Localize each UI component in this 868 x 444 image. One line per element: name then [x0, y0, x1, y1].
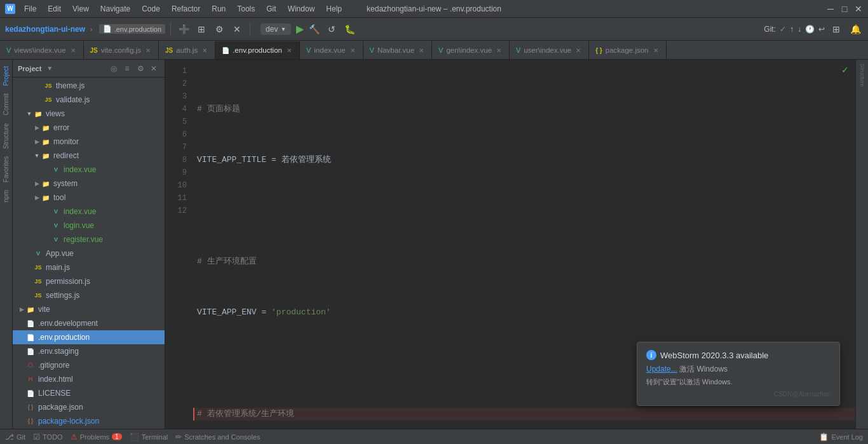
git-up-icon[interactable]: ↑ [790, 25, 794, 34]
tab-index-vue[interactable]: V index.vue ✕ [300, 41, 363, 59]
todo-icon: ☑ [33, 433, 40, 441]
debug-button[interactable]: 🐛 [342, 22, 357, 37]
file-manager-button[interactable]: ⊞ [194, 22, 209, 37]
menu-view[interactable]: View [67, 3, 94, 15]
menu-file[interactable]: File [19, 3, 41, 15]
tree-item-tool-index[interactable]: V index.vue [13, 205, 165, 219]
git-down-icon[interactable]: ↓ [797, 25, 801, 34]
panel-npm[interactable]: npm [1, 186, 11, 206]
tree-item-redirect-index[interactable]: V index.vue [13, 163, 165, 177]
tree-item-env-staging[interactable]: 📄 .env.staging [13, 344, 165, 358]
tab-close-button[interactable]: ✕ [574, 46, 582, 55]
tab-env-production[interactable]: 📄 .env.production ✕ [215, 41, 300, 59]
tab-auth[interactable]: JS auth.js ✕ [159, 41, 215, 59]
tree-arrow-none [36, 82, 43, 90]
tree-item-readme[interactable]: M README.md [13, 428, 165, 429]
close-panel-button[interactable]: ✕ [229, 22, 245, 37]
menu-refactor[interactable]: Refactor [166, 3, 205, 15]
git-clock-icon[interactable]: 🕐 [805, 25, 815, 34]
tab-close-button[interactable]: ✕ [285, 46, 293, 55]
status-todo[interactable]: ☑ TODO [33, 433, 63, 441]
status-event-log[interactable]: 📋 Event Log [819, 433, 863, 441]
tree-item-env-dev[interactable]: 📄 .env.development [13, 316, 165, 330]
settings-button[interactable]: ⚙ [212, 22, 227, 37]
menu-help[interactable]: Help [321, 3, 347, 15]
menu-window[interactable]: Window [283, 3, 320, 15]
breadcrumb-separator: › [90, 25, 93, 33]
tree-item-error[interactable]: ▶ 📁 error [13, 121, 165, 135]
tab-close-button[interactable]: ✕ [69, 46, 77, 55]
tree-item-register[interactable]: V register.vue [13, 232, 165, 246]
tree-item-pkg-lock[interactable]: { } package-lock.json [13, 414, 165, 428]
status-scratches[interactable]: ✏ Scratches and Consoles [175, 433, 260, 441]
tree-item-views[interactable]: ▼ 📁 views [13, 107, 165, 121]
run-config-selector[interactable]: dev ▼ [261, 24, 291, 35]
tree-item-validate[interactable]: JS validate.js [13, 93, 165, 107]
menu-run[interactable]: Run [207, 3, 231, 15]
menu-edit[interactable]: Edit [43, 3, 66, 15]
reload-button[interactable]: ↺ [324, 22, 339, 37]
tree-item-tool[interactable]: ▶ 📁 tool [13, 191, 165, 205]
status-terminal[interactable]: ⬛ Terminal [130, 433, 168, 441]
notification-update-link[interactable]: Update... [646, 365, 677, 373]
file-name: index.vue [64, 207, 96, 216]
git-undo-icon[interactable]: ↩ [818, 25, 825, 34]
folder-icon: 📁 [41, 192, 51, 203]
tree-item-vite-folder[interactable]: ▶ 📁 vite [13, 302, 165, 316]
tree-item-pkg-json[interactable]: { } package.json [13, 400, 165, 414]
tab-gen-index[interactable]: V gen\index.vue ✕ [432, 41, 510, 59]
tree-item-monitor[interactable]: ▶ 📁 monitor [13, 135, 165, 149]
tree-item-license[interactable]: 📄 LICENSE [13, 386, 165, 400]
tree-item-login[interactable]: V login.vue [13, 219, 165, 232]
tree-item-main[interactable]: JS main.js [13, 260, 165, 274]
tab-navbar[interactable]: V Navbar.vue ✕ [363, 41, 433, 59]
minimize-button[interactable]: ─ [826, 4, 835, 13]
tree-item-gitignore[interactable]: ⬡ .gitignore [13, 358, 165, 372]
panel-settings-icon[interactable]: ⚙ [135, 63, 146, 74]
tree-item-theme[interactable]: JS theme.js [13, 79, 165, 93]
tab-label: .env.production [233, 46, 282, 54]
menu-navigate[interactable]: Navigate [95, 3, 135, 15]
tab-close-button[interactable]: ✕ [417, 46, 425, 55]
tab-views-index[interactable]: V views\index.vue ✕ [0, 41, 84, 59]
tree-item-system[interactable]: ▶ 📁 system [13, 177, 165, 191]
tree-item-settings[interactable]: JS settings.js [13, 288, 165, 302]
maximize-button[interactable]: □ [840, 4, 849, 13]
status-git[interactable]: ⎇ Git [5, 433, 25, 441]
right-structure-panel[interactable]: Structure [857, 62, 867, 88]
tree-item-redirect[interactable]: ▼ 📁 redirect [13, 149, 165, 163]
tab-user-index[interactable]: V user\index.vue ✕ [510, 41, 589, 59]
status-problems[interactable]: ⚠ Problems 1 [71, 433, 122, 441]
close-button[interactable]: ✕ [854, 4, 863, 13]
tab-vite-config[interactable]: JS vite.config.js ✕ [84, 41, 159, 59]
tab-close-button[interactable]: ✕ [144, 46, 152, 55]
panel-favorites[interactable]: Favorites [1, 152, 11, 186]
add-file-button[interactable]: ➕ [176, 22, 191, 37]
project-dropdown-icon[interactable]: ▼ [46, 65, 53, 72]
panel-project[interactable]: Project [1, 62, 11, 90]
collapse-all-icon[interactable]: ≡ [121, 63, 133, 74]
close-panel-icon[interactable]: ✕ [148, 63, 159, 74]
menu-tools[interactable]: Tools [232, 3, 260, 15]
tab-close-button[interactable]: ✕ [652, 46, 660, 55]
window-controls: ─ □ ✕ [826, 4, 863, 13]
menu-git[interactable]: Git [261, 3, 281, 15]
tree-item-permission[interactable]: JS permission.js [13, 274, 165, 288]
locate-file-icon[interactable]: ◎ [108, 63, 119, 74]
run-button[interactable]: ▶ [296, 23, 304, 35]
panel-commit[interactable]: Commit [1, 90, 11, 119]
build-button[interactable]: 🔨 [306, 22, 322, 37]
tree-item-index-html[interactable]: H index.html [13, 372, 165, 386]
vue-icon: V [306, 46, 311, 54]
tab-close-button[interactable]: ✕ [495, 46, 503, 55]
tab-close-button[interactable]: ✕ [349, 46, 356, 55]
tab-package-json[interactable]: { } package.json ✕ [589, 41, 666, 59]
project-panel-title: Project [18, 65, 41, 72]
tree-item-env-prod[interactable]: 📄 .env.production [13, 330, 165, 344]
git-settings-icon[interactable]: ⊞ [829, 22, 844, 37]
menu-code[interactable]: Code [137, 3, 165, 15]
notifications-icon[interactable]: 🔔 [848, 22, 863, 37]
tab-close-button[interactable]: ✕ [201, 46, 208, 55]
panel-structure[interactable]: Structure [1, 119, 11, 153]
tree-item-app[interactable]: V App.vue [13, 246, 165, 260]
